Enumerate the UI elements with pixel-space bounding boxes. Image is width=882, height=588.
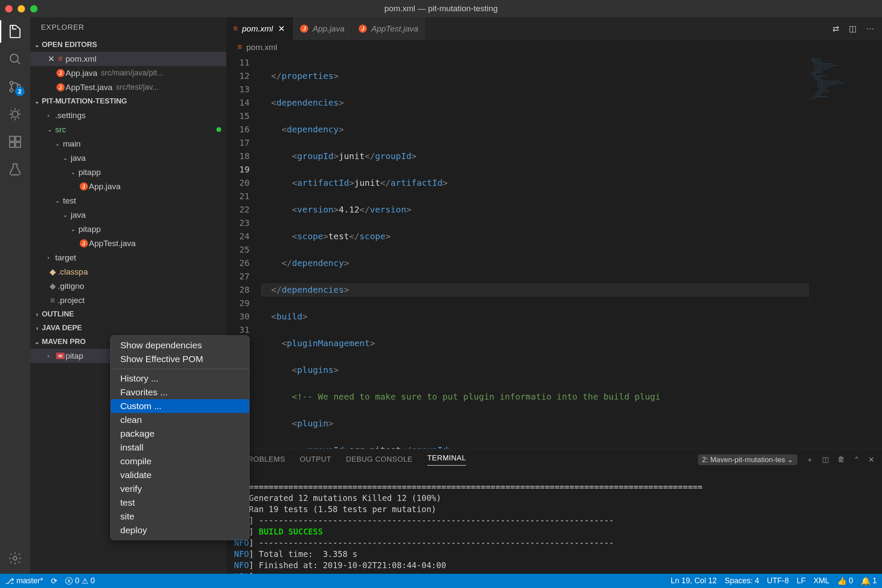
open-editor-item[interactable]: J AppTest.java src/test/jav... [30, 80, 226, 94]
menu-verify[interactable]: verify [111, 482, 249, 496]
context-menu: Show dependencies Show Effective POM His… [110, 335, 250, 540]
chevron-right-icon: › [47, 353, 55, 359]
file-item[interactable]: ≡ .project [30, 293, 226, 307]
svg-point-2 [10, 89, 13, 92]
folder-item[interactable]: ⌄ java [30, 151, 226, 165]
outline-section[interactable]: › OUTLINE [30, 307, 226, 321]
folder-item[interactable]: ⌄ pitapp [30, 165, 226, 179]
breadcrumbs[interactable]: ≡ pom.xml [226, 40, 882, 54]
tab-app-java[interactable]: J App.java [293, 17, 352, 40]
java-dependencies-section[interactable]: › JAVA DEPE [30, 321, 226, 335]
debug-icon[interactable] [7, 106, 23, 122]
menu-clean[interactable]: clean [111, 413, 249, 427]
git-status-dot [216, 127, 221, 132]
status-spaces[interactable]: Spaces: 4 [725, 576, 759, 585]
chevron-right-icon: › [32, 325, 42, 332]
chevron-down-icon: ⌄ [55, 197, 63, 204]
folder-item[interactable]: › .settings [30, 108, 226, 122]
file-item[interactable]: J AppTest.java [30, 236, 226, 250]
menu-show-dependencies[interactable]: Show dependencies [111, 338, 249, 352]
folder-item[interactable]: ⌄ src [30, 122, 226, 137]
menu-test[interactable]: test [111, 496, 249, 510]
close-icon[interactable]: ✕ [47, 54, 55, 64]
split-editor-icon[interactable]: ◫ [849, 24, 857, 34]
minimap[interactable]: <properties> <dependencies> <dependency>… [809, 54, 882, 449]
status-lang[interactable]: XML [813, 576, 829, 585]
menu-site[interactable]: site [111, 510, 249, 523]
menu-install[interactable]: install [111, 441, 249, 454]
svg-rect-8 [16, 136, 20, 141]
menu-separator [111, 369, 249, 369]
menu-package[interactable]: package [111, 427, 249, 441]
more-actions-icon[interactable]: ⋯ [866, 24, 874, 34]
tab-terminal[interactable]: TERMINAL [427, 454, 466, 466]
explorer-icon[interactable] [7, 24, 23, 39]
extensions-icon[interactable] [7, 134, 23, 150]
close-window-button[interactable] [5, 5, 13, 13]
titlebar: pom.xml — pit-mutation-testing [0, 0, 882, 17]
chevron-down-icon: ⌄ [71, 226, 78, 232]
java-file-icon: J [80, 239, 88, 247]
terminal-selector[interactable]: 2: Maven-pit-mutation-tes ⌄ [698, 454, 798, 465]
status-notifications[interactable]: 🔔 1 [861, 576, 877, 586]
kill-terminal-icon[interactable]: 🗑 [838, 455, 845, 464]
source-control-icon[interactable]: 2 [7, 79, 23, 94]
settings-gear-icon[interactable] [7, 550, 23, 566]
status-eol[interactable]: LF [797, 576, 806, 585]
code-editor[interactable]: </properties> <dependencies> <dependency… [261, 54, 809, 449]
folder-item[interactable]: ⌄ test [30, 194, 226, 208]
chevron-right-icon: › [47, 254, 55, 261]
folder-item[interactable]: ⌄ java [30, 208, 226, 222]
open-editor-item[interactable]: ✕ ≡ pom.xml [30, 52, 226, 66]
svg-rect-7 [16, 142, 20, 147]
menu-validate[interactable]: validate [111, 468, 249, 482]
minimize-window-button[interactable] [18, 5, 25, 13]
menu-show-effective-pom[interactable]: Show Effective POM [111, 352, 249, 366]
status-sync[interactable]: ⟳ [51, 576, 57, 586]
menu-history[interactable]: History ... [111, 372, 249, 385]
chevron-down-icon: ⌄ [63, 212, 71, 218]
menu-deploy[interactable]: deploy [111, 523, 249, 537]
maximize-window-button[interactable] [30, 5, 38, 13]
java-file-icon: J [300, 25, 308, 33]
file-item[interactable]: ◆ .gitigno [30, 279, 226, 293]
tab-pom-xml[interactable]: ≡ pom.xml ✕ [226, 17, 293, 40]
project-section[interactable]: ⌄ PIT-MUTATION-TESTING [30, 94, 226, 108]
xml-file-icon: ≡ [233, 24, 238, 33]
window-title: pom.xml — pit-mutation-testing [385, 4, 498, 13]
new-terminal-icon[interactable]: ＋ [806, 455, 813, 465]
open-editor-item[interactable]: J App.java src/main/java/pit... [30, 66, 226, 80]
svg-point-0 [10, 54, 18, 62]
editor-tabs: ≡ pom.xml ✕ J App.java J AppTest.java ⇄ … [226, 17, 882, 40]
java-file-icon: J [80, 182, 88, 191]
open-editors-section[interactable]: ⌄ OPEN EDITORS [30, 38, 226, 52]
chevron-down-icon: ⌄ [47, 126, 55, 133]
menu-favorites[interactable]: Favorites ... [111, 385, 249, 399]
tab-apptest-java[interactable]: J AppTest.java [352, 17, 425, 40]
chevron-down-icon: ⌄ [63, 155, 71, 161]
status-branch[interactable]: ⎇ master* [5, 576, 43, 586]
test-icon[interactable] [7, 162, 23, 177]
tab-debug-console[interactable]: DEBUG CONSOLE [346, 455, 413, 464]
menu-custom[interactable]: Custom ... [111, 399, 249, 413]
terminal-output[interactable]: ========================================… [226, 470, 882, 574]
compare-icon[interactable]: ⇄ [832, 24, 839, 34]
close-panel-icon[interactable]: ✕ [868, 455, 874, 464]
folder-item[interactable]: ⌄ pitapp [30, 222, 226, 236]
status-feedback[interactable]: 👍 0 [837, 576, 853, 586]
maximize-panel-icon[interactable]: ⌃ [854, 455, 860, 464]
close-tab-icon[interactable]: ✕ [277, 24, 286, 34]
file-item[interactable]: J App.java [30, 179, 226, 194]
status-errors[interactable]: ⓧ 0 ⚠ 0 [65, 576, 95, 586]
svg-point-4 [12, 111, 18, 117]
status-position[interactable]: Ln 19, Col 12 [671, 576, 717, 585]
folder-item[interactable]: › target [30, 250, 226, 265]
menu-compile[interactable]: compile [111, 454, 249, 468]
file-item[interactable]: ◆ .classpa [30, 265, 226, 279]
folder-item[interactable]: ⌄ main [30, 137, 226, 151]
tab-output[interactable]: OUTPUT [300, 455, 331, 464]
split-terminal-icon[interactable]: ◫ [822, 455, 829, 464]
svg-rect-5 [9, 136, 14, 141]
status-encoding[interactable]: UTF-8 [767, 576, 789, 585]
search-icon[interactable] [7, 51, 23, 67]
